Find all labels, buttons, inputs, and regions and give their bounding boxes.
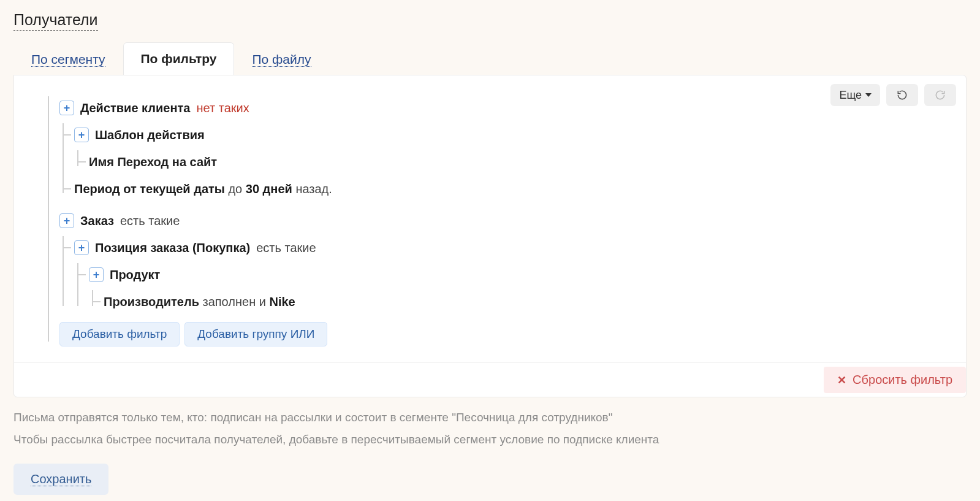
node-order: + Заказ есть такие + Позиция заказа (Пок… [45, 209, 950, 313]
order-title: Заказ [80, 212, 114, 230]
tab-filter[interactable]: По фильтру [123, 42, 235, 75]
node-action-name: Имя Переход на сайт [89, 150, 950, 174]
tab-file[interactable]: По файлу [234, 43, 329, 75]
expand-order[interactable]: + [59, 213, 74, 228]
client-action-qualifier: нет таких [196, 99, 249, 117]
save-label: Сохранить [31, 472, 91, 486]
client-action-title: Действие клиента [80, 99, 190, 117]
reset-filter-label: Сбросить фильтр [853, 373, 952, 387]
expand-client-action[interactable]: + [59, 101, 74, 115]
save-button[interactable]: Сохранить [13, 464, 108, 495]
period-suffix: назад. [295, 182, 332, 196]
filter-tree: + Действие клиента нет таких + Шаблон де… [14, 75, 966, 362]
manufacturer-value: Nike [269, 295, 295, 308]
period-to: до [228, 182, 242, 196]
expand-product[interactable]: + [89, 267, 104, 282]
add-filter-button[interactable]: Добавить фильтр [59, 322, 180, 346]
add-or-group-button[interactable]: Добавить группу ИЛИ [184, 322, 327, 346]
action-name-value: Переход на сайт [117, 155, 217, 169]
node-product: + Продукт Производитель заполнен и Nike [89, 263, 950, 313]
node-manufacturer: Производитель заполнен и Nike [104, 290, 950, 313]
node-line-item: + Позиция заказа (Покупка) есть такие + … [74, 236, 950, 313]
action-template-title: Шаблон действия [95, 126, 205, 144]
filter-panel: Еще + Действие клиента нет таких [13, 75, 967, 397]
tab-file-label: По файлу [252, 52, 311, 67]
period-days: 30 дней [246, 182, 292, 196]
panel-footer: ✕ Сбросить фильтр [14, 362, 966, 397]
product-title: Продукт [110, 266, 160, 284]
expand-line-item[interactable]: + [74, 240, 89, 255]
tabs: По сегменту По фильтру По файлу [13, 42, 967, 75]
tab-segment-label: По сегменту [31, 52, 105, 67]
node-action-template: + Шаблон действия Имя Переход на сайт [74, 123, 950, 174]
line-item-title: Позиция заказа (Покупка) [95, 239, 250, 257]
tree-actions: Добавить фильтр Добавить группу ИЛИ [59, 319, 950, 349]
manufacturer-cond: заполнен и [203, 295, 266, 308]
page-title: Получатели [13, 11, 98, 31]
action-name-label: Имя [89, 155, 114, 169]
reset-filter-button[interactable]: ✕ Сбросить фильтр [824, 367, 966, 393]
line-item-qualifier: есть такие [256, 239, 316, 257]
close-icon: ✕ [837, 373, 846, 387]
hint-line-2: Чтобы рассылка быстрее посчитала получат… [13, 433, 967, 446]
period-prefix: Период от текущей даты [74, 182, 225, 196]
order-qualifier: есть такие [120, 212, 180, 230]
hint-line-1: Письма отправятся только тем, кто: подпи… [13, 411, 967, 424]
node-client-action: + Действие клиента нет таких + Шаблон де… [45, 96, 950, 201]
node-period: Период от текущей даты до 30 дней назад. [74, 177, 950, 201]
manufacturer-label: Производитель [104, 295, 199, 308]
tab-segment[interactable]: По сегменту [13, 43, 123, 75]
expand-action-template[interactable]: + [74, 128, 89, 142]
tab-filter-label: По фильтру [141, 52, 217, 66]
